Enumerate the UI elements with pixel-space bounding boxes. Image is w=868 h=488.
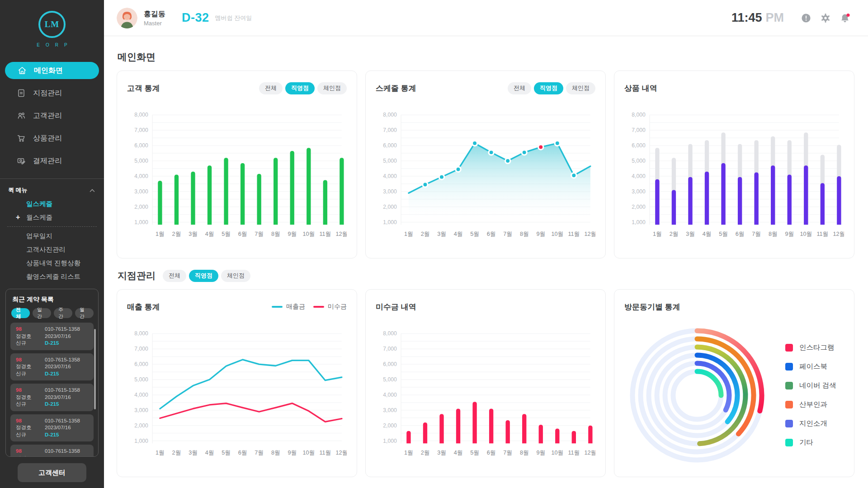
contracts-tab-daily[interactable]: 일간 (33, 308, 51, 318)
avatar[interactable] (117, 8, 137, 28)
logo-brand: EORP (31, 42, 73, 47)
contracts-tab-all[interactable]: 전체 (11, 308, 30, 318)
svg-text:8,000: 8,000 (134, 330, 148, 337)
svg-text:8,000: 8,000 (632, 112, 646, 118)
contracts-tab-weekly[interactable]: 주간 (54, 308, 72, 318)
visit-legend: 인스타그램 페이스북 네이버 검색 산부인과 지인소개 기타 (785, 343, 836, 447)
contract-row[interactable]: 98010-7615-1358 정경호2023/07/16 신규D-215 (10, 323, 94, 350)
quick-item-month-schedule[interactable]: + 월스케줄 (0, 211, 104, 224)
svg-text:6월: 6월 (736, 231, 745, 237)
legend-label: 네이버 검색 (799, 381, 836, 390)
tab-chain[interactable]: 체인점 (221, 270, 250, 282)
svg-text:5,000: 5,000 (383, 376, 397, 383)
svg-text:12월: 12월 (585, 231, 595, 237)
svg-text:3월: 3월 (437, 450, 446, 456)
gear-icon[interactable] (821, 13, 830, 23)
svg-text:11월: 11월 (568, 231, 580, 237)
sidebar-item-products[interactable]: 상품관리 (0, 127, 104, 150)
tab-chain[interactable]: 체인점 (317, 82, 347, 94)
clock: 11:45 PM (731, 11, 784, 25)
quick-item-shooting-list[interactable]: 촬영스케줄 리스트 (0, 270, 104, 283)
svg-text:9월: 9월 (288, 450, 297, 456)
svg-text:1,000: 1,000 (134, 438, 148, 444)
quick-item-day-schedule[interactable]: 일스케줄 (0, 197, 104, 211)
svg-text:8,000: 8,000 (383, 112, 397, 118)
quick-item-worklog[interactable]: 업무일지 (0, 229, 104, 243)
contract-phone: 010-7615-1358 (45, 448, 88, 455)
quick-menu-header[interactable]: 퀵 메뉴 (0, 179, 104, 197)
quick-item-label: 고객사진관리 (26, 245, 66, 254)
user-name: 홍길동 (144, 9, 165, 19)
legend-item: 페이스북 (785, 362, 836, 371)
sidebar-item-label: 고객관리 (33, 111, 62, 121)
tab-direct[interactable]: 직영점 (534, 82, 563, 94)
contract-row[interactable]: 98010-7615-1358 정경호2023/07/16 신규D-215 (10, 353, 94, 381)
bell-icon[interactable] (840, 13, 850, 23)
receivable-bar-chart: 8,0007,0006,0005,0004,0003,0002,0001,000… (376, 318, 595, 469)
contracts-tab-monthly[interactable]: 월간 (75, 308, 94, 318)
svg-text:1,000: 1,000 (134, 219, 148, 225)
page-title: 메인화면 (118, 51, 156, 63)
svg-text:1,000: 1,000 (632, 219, 646, 225)
card-receivable: 미수금 내역 8,0007,0006,0005,0004,0003,0002,0… (365, 289, 606, 477)
svg-text:4월: 4월 (205, 450, 214, 456)
svg-text:8,000: 8,000 (383, 330, 397, 337)
sales-line-chart: 8,0007,0006,0005,0004,0003,0002,0001,000… (127, 318, 347, 469)
contracts-list: 98010-7615-1358 정경호2023/07/16 신규D-215 98… (10, 323, 94, 457)
svg-text:7월: 7월 (503, 450, 512, 456)
svg-text:9월: 9월 (785, 231, 794, 237)
contract-date: 2023/07/16 (45, 425, 88, 431)
tab-all[interactable]: 전체 (259, 82, 283, 94)
contract-row[interactable]: 98010-7615-1358 정경호2023/07/16 신규D-215 (10, 414, 94, 442)
svg-text:2,000: 2,000 (134, 204, 148, 210)
support-center-button[interactable]: 고객센터 (18, 463, 86, 482)
svg-text:8월: 8월 (271, 450, 280, 456)
legend-label: 산부인과 (799, 400, 827, 409)
contract-phone: 010-7615-1358 (45, 387, 88, 394)
legend-label: 인스타그램 (799, 343, 835, 352)
sidebar-item-payments[interactable]: 결제관리 (0, 150, 104, 172)
contract-row[interactable]: 98010-7615-1358 정경호2023/07/16 신규D-215 (10, 384, 94, 411)
tab-direct[interactable]: 직영점 (189, 270, 218, 282)
quick-item-progress[interactable]: 상품내역 진행상황 (0, 256, 104, 270)
alert-info-icon[interactable] (801, 13, 811, 23)
svg-text:6월: 6월 (487, 450, 496, 456)
svg-text:1,000: 1,000 (383, 438, 397, 444)
chevron-up-icon[interactable] (90, 188, 95, 192)
svg-text:6,000: 6,000 (632, 142, 646, 149)
legend-line-swatch (272, 306, 283, 308)
svg-text:4,000: 4,000 (383, 173, 397, 179)
section-branch: 지점관리 전체 직영점 체인점 (118, 269, 854, 282)
svg-text:5,000: 5,000 (134, 158, 148, 164)
svg-text:10월: 10월 (302, 231, 315, 237)
tab-direct[interactable]: 직영점 (285, 82, 315, 94)
tab-all[interactable]: 전체 (508, 82, 531, 94)
clock-meridiem: PM (766, 11, 784, 25)
svg-text:1월: 1월 (653, 231, 662, 237)
svg-text:7,000: 7,000 (134, 127, 148, 133)
contract-status: 신규 (16, 432, 45, 438)
contract-phone: 010-7615-1358 (45, 418, 88, 424)
svg-text:7월: 7월 (255, 231, 264, 237)
svg-text:6월: 6월 (238, 450, 247, 456)
svg-text:5월: 5월 (470, 450, 479, 456)
sidebar-item-branch[interactable]: 지점관리 (0, 82, 104, 104)
sidebar-item-customers[interactable]: 고객관리 (0, 104, 104, 127)
contract-status: 신규 (16, 401, 45, 408)
svg-text:5월: 5월 (470, 231, 479, 237)
card-sales-stats: 매출 통계 매출금 미수금 8,0007,0006,0 (117, 289, 357, 477)
svg-text:1월: 1월 (404, 231, 413, 237)
schedule-line-chart: 8,0007,0006,0005,0004,0003,0002,0001,000… (376, 99, 595, 251)
tab-all[interactable]: 전체 (163, 270, 186, 282)
sidebar-item-main[interactable]: 메인화면 (0, 59, 104, 82)
svg-text:11월: 11월 (319, 450, 331, 456)
tab-chain[interactable]: 체인점 (566, 82, 595, 94)
quick-item-photo[interactable]: 고객사진관리 (0, 243, 104, 256)
plus-icon[interactable]: + (16, 213, 20, 221)
svg-text:10월: 10월 (800, 231, 812, 237)
header-icons (801, 13, 850, 23)
contract-row[interactable]: 98010-7615-1358 정경호2023/07/16 신규D-215 (10, 445, 94, 457)
card-customer-stats: 고객 통계 전체 직영점 체인점 8,0007,0006,0005,0004,0… (117, 70, 357, 258)
svg-text:3월: 3월 (437, 231, 446, 237)
contracts-scrollbar[interactable] (94, 329, 96, 409)
